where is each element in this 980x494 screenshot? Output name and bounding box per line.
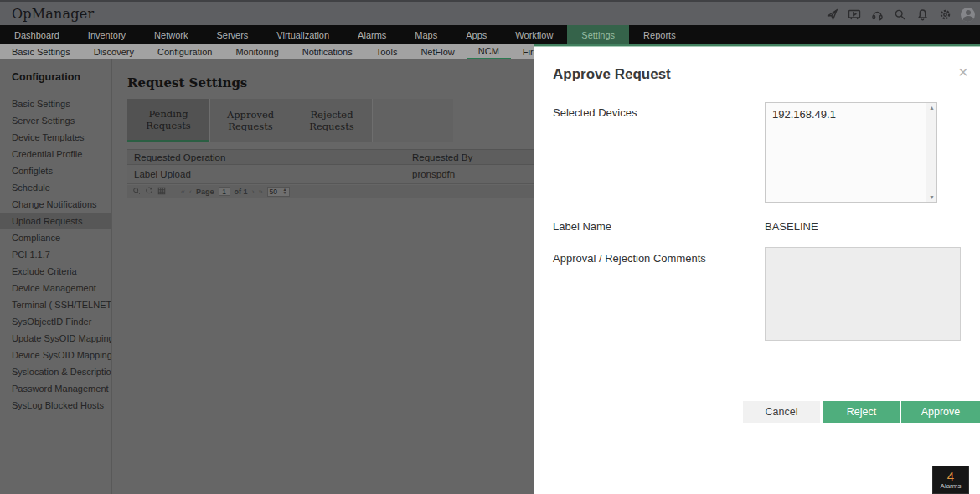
page-size-select[interactable]: 50 ▲▼ bbox=[267, 187, 290, 197]
nav-tab-apps[interactable]: Apps bbox=[451, 25, 501, 44]
page-label: Page bbox=[196, 188, 214, 196]
subnav-basic-settings[interactable]: Basic Settings bbox=[0, 44, 82, 59]
tab-pending-requests[interactable]: Pending Requests bbox=[127, 99, 209, 142]
nav-tab-dashboard[interactable]: Dashboard bbox=[0, 25, 74, 44]
page-of-label: of 1 bbox=[235, 188, 248, 196]
label-name-label: Label Name bbox=[553, 220, 611, 233]
devices-scrollbar[interactable]: ▲ ▼ bbox=[926, 103, 936, 202]
subnav-tools[interactable]: Tools bbox=[364, 44, 410, 59]
sidebar-item-device-sysoid-mapping[interactable]: Device SysOID Mapping bbox=[0, 347, 111, 363]
gear-icon[interactable] bbox=[938, 8, 952, 21]
sidebar-item-password-management[interactable]: Password Management bbox=[0, 380, 111, 397]
subnav-netflow[interactable]: NetFlow bbox=[409, 44, 466, 59]
prev-page-icon[interactable]: ‹ bbox=[189, 188, 192, 196]
tab-approved-requests[interactable]: Approved Requests bbox=[209, 99, 291, 142]
bell-icon[interactable] bbox=[916, 8, 929, 21]
reject-button[interactable]: Reject bbox=[823, 401, 900, 423]
tab-strip-spacer bbox=[372, 99, 453, 142]
sidebar-item-device-management[interactable]: Device Management bbox=[0, 280, 111, 296]
nav-tab-reports[interactable]: Reports bbox=[629, 25, 690, 44]
current-page-input[interactable]: 1 bbox=[219, 187, 230, 196]
subnav-configuration[interactable]: Configuration bbox=[146, 44, 224, 59]
opmanager-app: OpManager Dashboard Invento bbox=[0, 0, 980, 494]
user-avatar[interactable] bbox=[961, 8, 975, 22]
configuration-sidebar: Basic Settings Server Settings Device Te… bbox=[0, 95, 111, 414]
alarm-label: Alarms bbox=[941, 482, 962, 490]
sidebar-item-pci[interactable]: PCI 1.1.7 bbox=[0, 246, 111, 263]
nav-tab-workflow[interactable]: Workflow bbox=[501, 25, 567, 44]
column-requested-operation: Requested Operation bbox=[127, 152, 412, 162]
sidebar-item-configlets[interactable]: Configlets bbox=[0, 162, 111, 179]
tab-rejected-requests[interactable]: Rejected Requests bbox=[291, 99, 372, 142]
request-tabs: Pending Requests Approved Requests Rejec… bbox=[127, 99, 453, 142]
subnav-ncm[interactable]: NCM bbox=[467, 44, 511, 59]
page-title: Request Settings bbox=[127, 75, 247, 90]
page-size-value: 50 bbox=[270, 188, 277, 196]
support-icon[interactable] bbox=[870, 8, 884, 21]
search-icon[interactable] bbox=[132, 187, 141, 197]
column-requested-by: Requested By bbox=[412, 152, 529, 162]
export-icon[interactable] bbox=[157, 187, 166, 197]
cancel-button[interactable]: Cancel bbox=[743, 401, 820, 423]
sidebar-divider bbox=[111, 59, 112, 494]
sidebar-heading: Configuration bbox=[12, 71, 80, 83]
sidebar-item-update-sysoid-mapping[interactable]: Update SysOID Mapping bbox=[0, 330, 111, 347]
nav-tab-virtualization[interactable]: Virtualization bbox=[262, 25, 343, 44]
selected-device-value: 192.168.49.1 bbox=[772, 108, 836, 121]
nav-tab-inventory[interactable]: Inventory bbox=[74, 25, 140, 44]
sidebar-item-basic-settings[interactable]: Basic Settings bbox=[0, 95, 111, 112]
sidebar-item-syslog-blocked-hosts[interactable]: SysLog Blocked Hosts bbox=[0, 397, 111, 414]
sidebar-item-server-settings[interactable]: Server Settings bbox=[0, 112, 111, 129]
sidebar-item-exclude-criteria[interactable]: Exclude Criteria bbox=[0, 263, 111, 280]
cell-requested-operation: Label Upload bbox=[127, 169, 412, 179]
alarms-badge[interactable]: 4 Alarms bbox=[932, 466, 969, 494]
alarm-count: 4 bbox=[947, 470, 954, 482]
subnav-notifications[interactable]: Notifications bbox=[291, 44, 364, 59]
table-row[interactable]: Label Upload pronspdfn bbox=[127, 165, 534, 184]
refresh-icon[interactable] bbox=[145, 187, 153, 197]
search-icon[interactable] bbox=[893, 8, 906, 21]
first-page-icon[interactable]: « bbox=[181, 188, 185, 196]
sidebar-item-compliance[interactable]: Compliance bbox=[0, 229, 111, 246]
comments-label: Approval / Rejection Comments bbox=[553, 252, 706, 265]
sidebar-item-sysobjectid-finder[interactable]: SysObjectID Finder bbox=[0, 313, 111, 330]
stepper-icon: ▲▼ bbox=[283, 188, 287, 194]
close-icon[interactable]: × bbox=[955, 64, 972, 81]
topbar-icon-group bbox=[825, 2, 975, 27]
footer-divider bbox=[534, 383, 980, 383]
sidebar-item-change-notifications[interactable]: Change Notifications bbox=[0, 196, 111, 213]
cell-requested-by: pronspdfn bbox=[412, 169, 529, 179]
comments-textarea[interactable] bbox=[765, 247, 961, 341]
approve-button[interactable]: Approve bbox=[901, 401, 980, 423]
nav-tab-settings[interactable]: Settings bbox=[567, 25, 629, 44]
nav-tab-alarms[interactable]: Alarms bbox=[343, 25, 400, 44]
modal-title: Approve Request bbox=[553, 66, 671, 83]
top-bar: OpManager bbox=[0, 0, 980, 25]
training-icon[interactable] bbox=[848, 8, 861, 21]
nav-tab-servers[interactable]: Servers bbox=[202, 25, 262, 44]
selected-devices-list[interactable]: 192.168.49.1 ▲ ▼ bbox=[765, 102, 937, 203]
subnav-discovery[interactable]: Discovery bbox=[82, 44, 146, 59]
main-nav: Dashboard Inventory Network Servers Virt… bbox=[0, 25, 980, 44]
scroll-down-icon[interactable]: ▼ bbox=[926, 193, 937, 202]
sidebar-item-syslocation-description[interactable]: Syslocation & Description bbox=[0, 363, 111, 380]
next-page-icon[interactable]: › bbox=[252, 188, 255, 196]
pagination-bar: « ‹ Page 1 of 1 › » 50 ▲▼ bbox=[127, 185, 534, 198]
sidebar-item-device-templates[interactable]: Device Templates bbox=[0, 129, 111, 146]
launch-icon[interactable] bbox=[825, 8, 838, 21]
requests-table: Requested Operation Requested By Label U… bbox=[127, 149, 534, 184]
nav-tab-network[interactable]: Network bbox=[140, 25, 202, 44]
selected-devices-label: Selected Devices bbox=[553, 106, 637, 119]
nav-tab-maps[interactable]: Maps bbox=[400, 25, 451, 44]
sidebar-item-credential-profile[interactable]: Credential Profile bbox=[0, 146, 111, 162]
scroll-up-icon[interactable]: ▲ bbox=[926, 103, 937, 112]
label-name-value: BASELINE bbox=[765, 220, 818, 233]
opmanager-logo: OpManager bbox=[12, 6, 94, 22]
sidebar-item-schedule[interactable]: Schedule bbox=[0, 179, 111, 196]
last-page-icon[interactable]: » bbox=[259, 188, 263, 196]
sidebar-item-upload-requests[interactable]: Upload Requests bbox=[0, 213, 111, 229]
approve-request-panel: Approve Request × Selected Devices 192.1… bbox=[534, 44, 980, 494]
sidebar-item-terminal[interactable]: Terminal ( SSH/TELNET ) bbox=[0, 296, 111, 313]
subnav-monitoring[interactable]: Monitoring bbox=[224, 44, 290, 59]
table-header-row: Requested Operation Requested By bbox=[127, 149, 534, 165]
